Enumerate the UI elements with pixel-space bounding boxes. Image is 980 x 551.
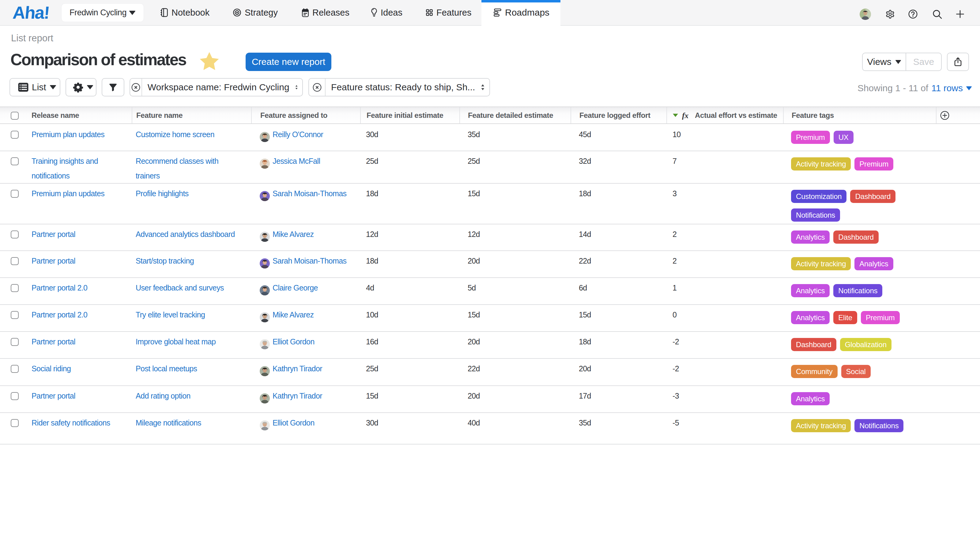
release-link[interactable]: Partner portal (32, 227, 75, 241)
table-row[interactable]: Partner portal Start/stop tracking Sarah… (0, 251, 980, 278)
assignee-link[interactable]: Claire George (272, 280, 318, 295)
filter-chip-label[interactable]: Workspace name: Fredwin Cycling (142, 82, 290, 92)
nav-item-ideas[interactable]: Ideas (371, 0, 402, 25)
feature-link[interactable]: Add rating option (136, 389, 191, 403)
sort-updown-icon[interactable] (480, 83, 485, 92)
feature-link[interactable]: Start/stop tracking (136, 254, 194, 268)
release-link[interactable]: Partner portal 2.0 (32, 307, 87, 322)
chevron-down-icon[interactable] (966, 86, 972, 90)
feature-link[interactable]: Customize home screen (136, 127, 215, 142)
views-button[interactable]: Views (863, 53, 906, 70)
formula-fx-icon: fx (681, 111, 692, 120)
row-checkbox[interactable] (11, 190, 19, 198)
workspace-label: Fredwin Cycling (70, 8, 129, 17)
table-row[interactable]: Rider safety notifications Mileage notif… (0, 413, 980, 445)
column-header-feature-detailed-estimate[interactable]: Feature detailed estimate (460, 107, 571, 123)
table-row[interactable]: Training insights and notifications Reco… (0, 151, 980, 184)
table-row[interactable]: Partner portal Improve global heat map E… (0, 332, 980, 359)
column-header-feature-logged-effort[interactable]: Feature logged effort (571, 107, 667, 123)
release-link[interactable]: Partner portal (32, 334, 75, 349)
feature-link[interactable]: Advanced analytics dashboard (136, 227, 235, 241)
search-button[interactable] (932, 0, 942, 25)
release-link[interactable]: Social riding (32, 361, 71, 376)
row-checkbox[interactable] (11, 338, 19, 346)
row-checkbox[interactable] (11, 157, 19, 165)
release-link[interactable]: Premium plan updates (32, 186, 105, 201)
create-new-report-button[interactable]: Create new report (246, 52, 331, 71)
row-checkbox[interactable] (11, 311, 19, 319)
release-link[interactable]: Partner portal 2.0 (32, 280, 87, 295)
column-header-actual-effort-vs-estimate[interactable]: fx Actual effort vs estimate (667, 107, 783, 123)
table-row[interactable]: Premium plan updates Customize home scre… (0, 125, 980, 151)
filter-button[interactable] (102, 78, 124, 97)
sort-updown-icon[interactable] (295, 83, 298, 92)
assignee-avatar (260, 159, 270, 173)
workspace-selector[interactable]: Fredwin Cycling (61, 3, 144, 22)
feature-link[interactable]: Post local meetups (136, 361, 197, 376)
nav-item-notebook[interactable]: Notebook (161, 0, 210, 25)
nav-item-features[interactable]: Features (426, 0, 471, 25)
column-header-feature-name[interactable]: Feature name (132, 107, 251, 123)
assignee-link[interactable]: Reilly O'Connor (272, 127, 323, 142)
feature-link[interactable]: Profile highlights (136, 186, 189, 201)
column-header-feature-assigned-to[interactable]: Feature assigned to (251, 107, 360, 123)
filter-chip-label[interactable]: Feature status: Ready to ship, Sh... (326, 82, 475, 92)
avatar[interactable] (860, 0, 871, 25)
row-checkbox[interactable] (11, 257, 19, 265)
assignee-link[interactable]: Elliot Gordon (272, 415, 315, 430)
feature-link[interactable]: Improve global heat map (136, 334, 216, 349)
table-row[interactable]: Social riding Post local meetups Kathryn… (0, 359, 980, 386)
assignee-link[interactable]: Kathryn Tirador (272, 389, 322, 403)
column-header-release-name[interactable]: Release name (0, 107, 132, 123)
row-checkbox[interactable] (11, 365, 19, 373)
rows-count-link[interactable]: 11 rows (931, 83, 963, 94)
table-settings-dropdown[interactable] (65, 78, 97, 97)
row-checkbox[interactable] (11, 392, 19, 400)
table-row[interactable]: Partner portal 2.0 Try elite level track… (0, 305, 980, 332)
settings-button[interactable] (885, 0, 895, 25)
assignee-link[interactable]: Elliot Gordon (272, 334, 315, 349)
aha-logo[interactable]: Aha! (12, 2, 50, 23)
remove-filter-button[interactable] (130, 79, 142, 96)
save-button[interactable]: Save (906, 53, 941, 70)
remove-filter-button[interactable] (309, 79, 326, 96)
release-link[interactable]: Partner portal (32, 254, 75, 268)
release-link[interactable]: Training insights and notifications (32, 154, 126, 183)
table-row[interactable]: Partner portal 2.0 User feedback and sur… (0, 278, 980, 305)
row-checkbox[interactable] (11, 284, 19, 292)
release-link[interactable]: Partner portal (32, 389, 75, 403)
assignee-link[interactable]: Mike Alvarez (272, 307, 314, 322)
assignee-link[interactable]: Mike Alvarez (272, 227, 314, 241)
nav-tab-roadmaps[interactable]: Roadmaps (481, 0, 560, 26)
add-button[interactable] (956, 0, 964, 25)
feature-link[interactable]: User feedback and surveys (136, 280, 224, 295)
table-row[interactable]: Partner portal Advanced analytics dashbo… (0, 224, 980, 251)
table-row[interactable]: Partner portal Add rating option Kathryn… (0, 386, 980, 413)
release-link[interactable]: Premium plan updates (32, 127, 105, 142)
assignee-link[interactable]: Sarah Moisan-Thomas (272, 254, 346, 268)
column-header-feature-initial-estimate[interactable]: Feature initial estimate (360, 107, 460, 123)
sort-desc-icon[interactable] (673, 113, 678, 117)
add-column-cell[interactable] (936, 107, 980, 123)
favorite-star-icon[interactable] (199, 51, 220, 71)
export-button[interactable] (947, 52, 969, 71)
release-link[interactable]: Rider safety notifications (32, 415, 110, 430)
table-row[interactable]: Premium plan updates Profile highlights … (0, 184, 980, 224)
nav-item-strategy[interactable]: Strategy (233, 0, 278, 25)
row-checkbox[interactable] (11, 419, 19, 427)
row-checkbox[interactable] (11, 131, 19, 139)
row-checkbox[interactable] (11, 230, 19, 238)
select-all-checkbox[interactable] (11, 112, 19, 120)
feature-link[interactable]: Recommend classes with trainers (136, 154, 240, 183)
assignee-link[interactable]: Kathryn Tirador (272, 361, 322, 376)
assignee-link[interactable]: Jessica McFall (272, 154, 320, 168)
column-header-feature-tags[interactable]: Feature tags (783, 107, 936, 123)
view-type-dropdown[interactable]: List (10, 78, 60, 97)
add-column-icon[interactable] (940, 111, 950, 120)
nav-item-releases[interactable]: Releases (302, 0, 350, 25)
help-button[interactable] (908, 0, 918, 25)
feature-link[interactable]: Mileage notifications (136, 415, 201, 430)
feature-link[interactable]: Try elite level tracking (136, 307, 205, 322)
logged-effort-cell: 6d (571, 278, 667, 304)
assignee-link[interactable]: Sarah Moisan-Thomas (272, 186, 346, 201)
